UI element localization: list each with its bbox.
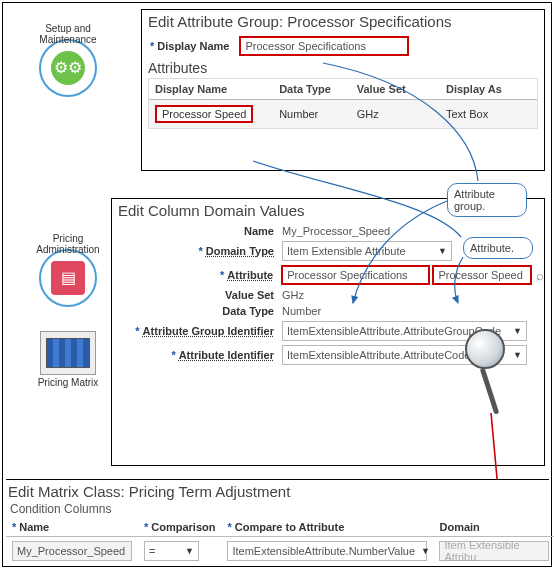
pricing-admin-label: Pricing Administration [23,233,113,255]
attr-group-id-label: Attribute Group Identifier [143,325,274,337]
attribute-input-2[interactable]: Processor Speed [432,265,532,285]
bubble-attr-group: Attribute group. [447,183,527,217]
name-label: Name [244,225,274,237]
condition-columns-header: Condition Columns [6,502,549,518]
chevron-down-icon: ▼ [438,246,447,256]
pricing-admin-badge: Pricing Administration ▤ [23,233,113,309]
domain-type-select[interactable]: Item Extensible Attribute▼ [282,241,452,261]
name-value: My_Processor_Speed [282,225,390,237]
top-panel-title: Edit Attribute Group: Processor Specific… [142,10,544,32]
table-row: My_Processor_Speed =▼ ItemExtensibleAttr… [6,537,554,566]
cond-name-input[interactable]: My_Processor_Speed [12,541,132,561]
table-row: Processor Speed Number GHz Text Box [149,100,537,129]
cond-compare-select[interactable]: ItemExtensibleAttribute.NumberValue▼ [227,541,427,561]
setup-badge: Setup and Maintenance ⚙⚙ [23,23,113,99]
display-name-input[interactable]: Processor Specifications [239,36,409,56]
attribute-label: Attribute [227,269,273,281]
chevron-down-icon: ▼ [513,350,522,360]
attr-id-label: Attribute Identifier [179,349,274,361]
pricing-matrix-label: Pricing Matrix [31,377,105,388]
value-set-label: Value Set [225,289,274,301]
edit-attribute-group-panel: Edit Attribute Group: Processor Specific… [141,9,545,171]
search-icon[interactable]: ⌕ [536,268,544,283]
setup-badge-label: Setup and Maintenance [23,23,113,45]
edit-matrix-class-panel: Edit Matrix Class: Pricing Term Adjustme… [6,479,549,563]
bubble-attribute: Attribute. [463,237,533,259]
processor-speed-cell: Processor Speed [155,105,253,123]
cond-comparison-select[interactable]: =▼ [144,541,199,561]
chevron-down-icon: ▼ [421,546,430,556]
chevron-down-icon: ▼ [513,326,522,336]
data-type-label: Data Type [222,305,274,317]
cond-domain-field[interactable]: Item Extensible Attribu [439,541,549,561]
condition-table: *Name *Comparison *Compare to Attribute … [6,518,554,565]
pricing-matrix-badge: Pricing Matrix [31,331,105,388]
magnifier-icon [465,329,505,369]
matrix-icon [46,338,90,368]
gears-icon: ⚙⚙ [54,59,82,77]
domain-type-label: Domain Type [206,245,274,257]
display-name-label: Display Name [157,40,229,52]
attributes-header: Attributes [142,60,544,76]
value-set-value: GHz [282,289,304,301]
pricing-admin-icon: ▤ [61,269,76,287]
attributes-table: Display Name Data Type Value Set Display… [149,79,537,128]
diagram-canvas: Setup and Maintenance ⚙⚙ Pricing Adminis… [2,2,552,567]
attribute-input-1[interactable]: Processor Specifications [281,265,430,285]
bot-panel-title: Edit Matrix Class: Pricing Term Adjustme… [6,480,549,502]
data-type-value: Number [282,305,321,317]
required-marker: * [150,40,154,52]
chevron-down-icon: ▼ [185,546,194,556]
